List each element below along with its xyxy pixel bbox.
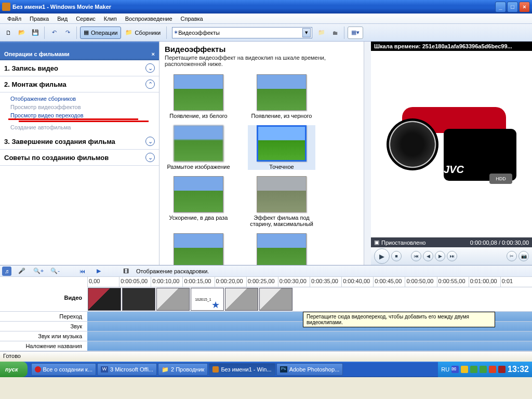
clip[interactable] bbox=[156, 288, 190, 311]
zoom-out-button[interactable]: 🔍- bbox=[49, 265, 61, 277]
clip[interactable] bbox=[88, 288, 121, 311]
preview-time: 0:00:00,08 / 0:00:30,00 bbox=[470, 240, 529, 246]
snapshot-button[interactable]: 📷 bbox=[518, 251, 529, 261]
menu-help[interactable]: Справка bbox=[177, 15, 207, 23]
effect-item-selected[interactable]: Точечное bbox=[248, 125, 315, 170]
link-show-collections[interactable]: Отображение сборников bbox=[10, 95, 159, 103]
tray-icon[interactable] bbox=[498, 366, 506, 373]
next-clip-button[interactable]: ⏭ bbox=[447, 251, 457, 261]
track-music-label: Звук или музыка bbox=[0, 331, 87, 341]
timeline-narrate-button[interactable]: 🎤 bbox=[16, 265, 28, 277]
storyboard-icon[interactable]: 🎞 bbox=[119, 265, 132, 277]
undo-button[interactable]: ↶ bbox=[48, 26, 60, 39]
scrollbar[interactable] bbox=[364, 42, 371, 265]
close-button[interactable]: × bbox=[519, 2, 530, 12]
effect-item[interactable] bbox=[165, 233, 232, 265]
section-capture[interactable]: 1. Запись видео ⌄ bbox=[0, 60, 159, 76]
step-back-button[interactable]: ◀ bbox=[423, 251, 433, 261]
timeline-ruler[interactable]: 0,000:00:05,000:00:10,000:00:15,000:00:2… bbox=[87, 277, 532, 287]
effect-item[interactable] bbox=[248, 233, 315, 265]
clip[interactable] bbox=[259, 288, 292, 311]
track-transition-content[interactable]: Перетащите сюда видеопереход, чтобы доба… bbox=[87, 312, 532, 321]
effect-item[interactable]: Размытое изображение bbox=[165, 125, 232, 170]
highlight-bar bbox=[19, 121, 149, 122]
effect-item[interactable]: Ускорение, в два раза bbox=[165, 176, 232, 227]
link-view-transitions[interactable]: Просмотр видео переходов bbox=[10, 111, 159, 119]
effect-item[interactable]: Появление, из белого bbox=[165, 74, 232, 119]
effect-item[interactable]: Появление, из черного bbox=[248, 74, 315, 119]
preview-status-bar: ▣Приостановлено 0:00:00,08 / 0:00:30,00 bbox=[371, 237, 532, 247]
split-button[interactable]: ✂ bbox=[507, 251, 517, 261]
link-automovie[interactable]: Создание автофильма bbox=[10, 123, 159, 131]
menu-file[interactable]: Файл bbox=[3, 15, 25, 23]
jvc-logo: JVC bbox=[444, 164, 464, 176]
tray-icon[interactable] bbox=[480, 366, 487, 373]
location-input[interactable] bbox=[178, 30, 302, 36]
minimize-button[interactable]: _ bbox=[495, 2, 506, 12]
nav-button[interactable]: 🖿 bbox=[329, 26, 341, 39]
taskbar-item[interactable]: PsAdobe Photoshop... bbox=[276, 363, 343, 376]
timeline-levels-button[interactable]: ♬ bbox=[2, 267, 11, 276]
rewind-button[interactable]: ⏮ bbox=[76, 265, 88, 277]
clip[interactable]: 162615_1★ bbox=[191, 288, 224, 311]
location-combo[interactable]: ✶ ▾ bbox=[172, 27, 312, 38]
menu-tools[interactable]: Сервис bbox=[72, 15, 100, 23]
zoom-in-button[interactable]: 🔍+ bbox=[32, 265, 45, 277]
play-button[interactable]: ▶ bbox=[374, 248, 390, 264]
tooltip: Перетащите сюда видеопереход, чтобы доба… bbox=[303, 312, 495, 327]
tray-icon[interactable] bbox=[461, 366, 468, 373]
timeline-toolbar: ♬ 🎤 🔍+ 🔍- ⏮ ▶ 🎞 Отображение раскадровки. bbox=[0, 265, 532, 277]
open-button[interactable]: 📂 bbox=[16, 26, 28, 39]
menu-play[interactable]: Воспроизведение bbox=[121, 15, 177, 23]
collections-label: Сборники bbox=[135, 30, 161, 36]
link-view-effects[interactable]: Просмотр видеоэффектов bbox=[10, 103, 159, 111]
track-music-content[interactable] bbox=[87, 331, 532, 341]
menu-view[interactable]: Вид bbox=[53, 15, 72, 23]
section-edit[interactable]: 2. Монтаж фильма ⌃ bbox=[0, 76, 159, 92]
view-mode-label[interactable]: Отображение раскадровки. bbox=[136, 268, 209, 274]
location-dropdown[interactable]: ▾ bbox=[302, 28, 311, 37]
collections-button[interactable]: 📁 Сборники bbox=[122, 26, 164, 39]
section-tips[interactable]: Советы по созданию фильмов ⌄ bbox=[0, 150, 159, 166]
tray-icon[interactable]: ✉ bbox=[451, 366, 459, 373]
track-transition: Переход Перетащите сюда видеопереход, чт… bbox=[0, 312, 532, 322]
new-button[interactable]: 🗋 bbox=[2, 26, 15, 39]
tasks-button[interactable]: ▦ Операции bbox=[80, 26, 121, 39]
language-indicator[interactable]: RU bbox=[441, 366, 449, 373]
effect-item[interactable]: Эффект фильма под старину, максимальный bbox=[248, 176, 315, 227]
taskbar-item[interactable]: Все о создании к... bbox=[31, 363, 97, 376]
track-video-content[interactable]: 162615_1★ bbox=[87, 287, 532, 311]
clock[interactable]: 13:32 bbox=[508, 365, 529, 374]
taskbar-item[interactable]: 📁2 Проводник bbox=[158, 363, 208, 376]
track-title-overlay: Наложение названия bbox=[0, 341, 532, 351]
pause-status-icon: ▣ bbox=[374, 239, 379, 246]
track-title-content[interactable] bbox=[87, 341, 532, 351]
section-finish-label: 3. Завершение создания фильма bbox=[4, 138, 115, 145]
menu-edit[interactable]: Правка bbox=[25, 15, 53, 23]
play-timeline-button[interactable]: ▶ bbox=[92, 265, 105, 277]
start-button[interactable]: пуск bbox=[0, 362, 28, 377]
maximize-button[interactable]: □ bbox=[507, 2, 518, 12]
tray-icon[interactable] bbox=[470, 366, 477, 373]
effect-label: Размытое изображение bbox=[167, 164, 230, 170]
step-fwd-button[interactable]: ▶ bbox=[435, 251, 445, 261]
up-button[interactable]: 📁 bbox=[315, 26, 328, 39]
redo-button[interactable]: ↷ bbox=[61, 26, 74, 39]
tray-icon[interactable] bbox=[489, 366, 496, 373]
view-button[interactable]: ▦▾ bbox=[348, 26, 363, 39]
system-tray: RU ✉ 13:32 bbox=[438, 362, 532, 377]
prev-clip-button[interactable]: ⏮ bbox=[411, 251, 421, 261]
menu-clip[interactable]: Клип bbox=[100, 15, 121, 23]
stop-button[interactable]: ■ bbox=[391, 251, 402, 261]
save-button[interactable]: 💾 bbox=[29, 26, 42, 39]
folder-icon: 📁 bbox=[162, 366, 169, 373]
taskbar-item-active[interactable]: Без имени1 - Win... bbox=[209, 363, 275, 376]
toolbar: 🗋 📂 💾 ↶ ↷ ▦ Операции 📁 Сборники ✶ ▾ 📁 🖿 … bbox=[0, 24, 532, 42]
preview-title: Шкала времени: 251e180a1afa963396a5d6bec… bbox=[371, 42, 532, 51]
section-finish[interactable]: 3. Завершение создания фильма ⌄ bbox=[0, 134, 159, 150]
task-pane-close[interactable]: × bbox=[152, 51, 155, 57]
taskbar-item[interactable]: W3 Microsoft Offi... bbox=[97, 363, 157, 376]
clip[interactable] bbox=[225, 288, 258, 311]
clip[interactable] bbox=[122, 288, 155, 311]
content-title: Видеоэффекты bbox=[159, 42, 364, 55]
